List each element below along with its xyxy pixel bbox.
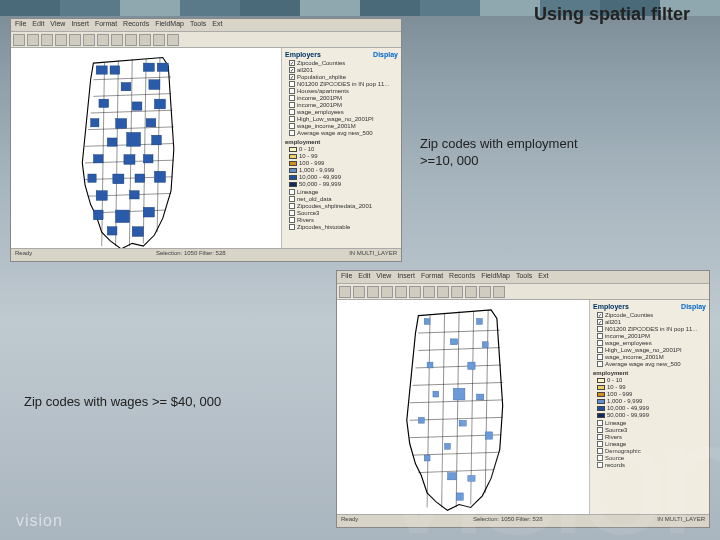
menu-insert[interactable]: Insert xyxy=(71,20,89,30)
layer-checkbox[interactable] xyxy=(597,347,603,353)
layers-panel[interactable]: EmployersDisplay Zipcode_Counties all201… xyxy=(589,300,709,514)
layer-checkbox[interactable] xyxy=(289,123,295,129)
menu-edit[interactable]: Edit xyxy=(32,20,44,30)
layer-label[interactable]: N01200 ZIPCODES in IN pop 11... xyxy=(297,81,389,87)
layer-label[interactable]: Source3 xyxy=(605,427,627,433)
menu-fieldmap[interactable]: FieldMap xyxy=(155,20,184,30)
gis-toolbar[interactable] xyxy=(337,284,709,300)
layer-label[interactable]: wage_income_2001M xyxy=(605,354,664,360)
layer-label[interactable]: all201 xyxy=(605,319,621,325)
layer-checkbox[interactable] xyxy=(289,109,295,115)
layer-label[interactable]: wage_employees xyxy=(605,340,652,346)
layer-label[interactable]: all201 xyxy=(297,67,313,73)
layer-checkbox[interactable] xyxy=(289,224,295,230)
gis-toolbar[interactable] xyxy=(11,32,401,48)
layer-checkbox[interactable] xyxy=(289,130,295,136)
layer-checkbox[interactable] xyxy=(597,427,603,433)
tool-icon[interactable] xyxy=(367,286,379,298)
menu-insert[interactable]: Insert xyxy=(397,272,415,282)
layer-label[interactable]: Zipcode_Counties xyxy=(605,312,653,318)
menu-file[interactable]: File xyxy=(15,20,26,30)
layer-checkbox[interactable] xyxy=(289,60,295,66)
layer-label[interactable]: Source xyxy=(605,455,624,461)
layer-label[interactable]: Zipcodes_histotable xyxy=(297,224,350,230)
layer-label[interactable]: Demographic xyxy=(605,448,641,454)
tool-icon[interactable] xyxy=(83,34,95,46)
tool-icon[interactable] xyxy=(381,286,393,298)
menu-records[interactable]: Records xyxy=(123,20,149,30)
layer-checkbox[interactable] xyxy=(597,448,603,454)
tool-icon[interactable] xyxy=(167,34,179,46)
layer-label[interactable]: Average wage avg new_500 xyxy=(297,130,373,136)
map-canvas[interactable] xyxy=(337,300,589,514)
layer-checkbox[interactable] xyxy=(597,420,603,426)
tool-icon[interactable] xyxy=(493,286,505,298)
layer-checkbox[interactable] xyxy=(597,312,603,318)
layer-label[interactable]: income_2001PM xyxy=(605,333,650,339)
layer-checkbox[interactable] xyxy=(289,189,295,195)
layer-label[interactable]: income_2001PM xyxy=(297,95,342,101)
tool-icon[interactable] xyxy=(353,286,365,298)
tool-icon[interactable] xyxy=(55,34,67,46)
menu-view[interactable]: View xyxy=(50,20,65,30)
layer-checkbox[interactable] xyxy=(597,441,603,447)
layer-checkbox[interactable] xyxy=(597,462,603,468)
layer-label[interactable]: Average wage avg new_500 xyxy=(605,361,681,367)
tool-icon[interactable] xyxy=(409,286,421,298)
layer-label[interactable]: Lineage xyxy=(605,441,626,447)
layer-checkbox[interactable] xyxy=(289,210,295,216)
menu-ext[interactable]: Ext xyxy=(212,20,222,30)
layer-label[interactable]: Source3 xyxy=(297,210,319,216)
tool-icon[interactable] xyxy=(437,286,449,298)
menu-file[interactable]: File xyxy=(341,272,352,282)
menu-ext[interactable]: Ext xyxy=(538,272,548,282)
tool-icon[interactable] xyxy=(139,34,151,46)
layer-label[interactable]: Zipcodes_shplinedata_2001 xyxy=(297,203,372,209)
layer-checkbox[interactable] xyxy=(597,326,603,332)
layer-label[interactable]: Population_shplite xyxy=(297,74,346,80)
layer-label[interactable]: High_Low_wage_no_2001PI xyxy=(605,347,682,353)
layer-label[interactable]: Lineage xyxy=(297,189,318,195)
layer-label[interactable]: N01200 ZIPCODES in IN pop 11... xyxy=(605,326,697,332)
layer-checkbox[interactable] xyxy=(289,116,295,122)
menu-tools[interactable]: Tools xyxy=(516,272,532,282)
layer-checkbox[interactable] xyxy=(597,340,603,346)
tool-icon[interactable] xyxy=(395,286,407,298)
layer-label[interactable]: High_Low_wage_no_2001PI xyxy=(297,116,374,122)
tool-icon[interactable] xyxy=(97,34,109,46)
layer-checkbox[interactable] xyxy=(597,361,603,367)
layer-label[interactable]: Rivers xyxy=(605,434,622,440)
gis-menubar[interactable]: File Edit View Insert Format Records Fie… xyxy=(337,271,709,284)
panel-display-link[interactable]: Display xyxy=(681,303,706,310)
tool-icon[interactable] xyxy=(451,286,463,298)
map-canvas[interactable] xyxy=(11,48,281,248)
layer-label[interactable]: wage_income_2001M xyxy=(297,123,356,129)
layer-checkbox[interactable] xyxy=(289,203,295,209)
layer-checkbox[interactable] xyxy=(289,95,295,101)
gis-menubar[interactable]: File Edit View Insert Format Records Fie… xyxy=(11,19,401,32)
tool-icon[interactable] xyxy=(13,34,25,46)
layer-checkbox[interactable] xyxy=(289,217,295,223)
layer-checkbox[interactable] xyxy=(289,196,295,202)
menu-format[interactable]: Format xyxy=(421,272,443,282)
layer-checkbox[interactable] xyxy=(289,74,295,80)
layer-label[interactable]: income_2001PM xyxy=(297,102,342,108)
tool-icon[interactable] xyxy=(125,34,137,46)
layers-panel[interactable]: EmployersDisplay Zipcode_Counties all201… xyxy=(281,48,401,248)
menu-tools[interactable]: Tools xyxy=(190,20,206,30)
layer-label[interactable]: Zipcode_Counties xyxy=(297,60,345,66)
layer-label[interactable]: Houses/apartments xyxy=(297,88,349,94)
menu-edit[interactable]: Edit xyxy=(358,272,370,282)
menu-format[interactable]: Format xyxy=(95,20,117,30)
layer-label[interactable]: wage_employees xyxy=(297,109,344,115)
menu-records[interactable]: Records xyxy=(449,272,475,282)
layer-label[interactable]: Rivers xyxy=(297,217,314,223)
layer-label[interactable]: Lineage xyxy=(605,420,626,426)
layer-label[interactable]: records xyxy=(605,462,625,468)
tool-icon[interactable] xyxy=(339,286,351,298)
layer-checkbox[interactable] xyxy=(597,319,603,325)
tool-icon[interactable] xyxy=(153,34,165,46)
tool-icon[interactable] xyxy=(69,34,81,46)
layer-checkbox[interactable] xyxy=(289,102,295,108)
menu-fieldmap[interactable]: FieldMap xyxy=(481,272,510,282)
